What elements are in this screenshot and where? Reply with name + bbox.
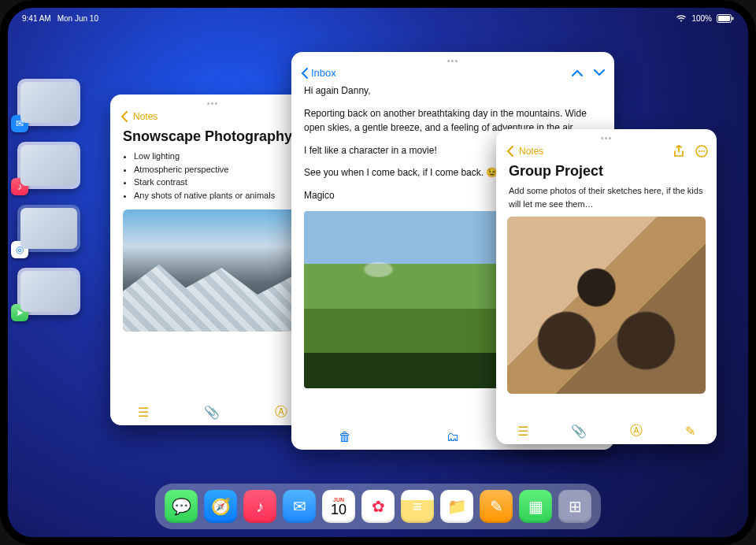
compose-icon[interactable]: ✎ [685,424,695,439]
window-handle-icon[interactable]: ••• [291,52,614,65]
dock: 💬 🧭 ♪ ✉︎ JUN 10 ✿ ≡ 📁 ✎ ▦ ⊞ [155,484,601,529]
window-handle-icon[interactable]: ••• [110,95,315,108]
notes-back-label[interactable]: Notes [133,111,158,122]
dock-notes-icon[interactable]: ≡ [401,490,434,523]
notes-window-group-project[interactable]: ••• Notes Group Project Add some photos … [496,129,717,444]
maps-app-icon: ➤ [11,304,28,321]
status-time: 9:41 AM [22,14,51,23]
dock-safari-icon[interactable]: 🧭 [204,490,237,523]
music-app-icon: ♪ [11,178,28,195]
mail-back-label[interactable]: Inbox [311,67,336,79]
note-bullet: Stark contrast [134,176,302,189]
share-icon[interactable] [672,144,686,158]
dock-pages-icon[interactable]: ✎ [480,490,513,523]
attachment-icon[interactable]: 📎 [204,405,220,420]
calendar-day: 10 [331,502,346,517]
archive-folder-icon[interactable]: 🗂 [399,430,507,444]
note-bullet: Atmospheric perspective [134,163,302,176]
next-message-chevron-down-icon[interactable] [594,69,605,76]
back-chevron-icon[interactable] [502,144,517,158]
dock-calendar-icon[interactable]: JUN 10 [322,490,355,523]
trash-icon[interactable]: 🗑 [291,430,399,444]
stage-thumb-music[interactable]: ♪ [17,142,80,189]
window-handle-icon[interactable]: ••• [496,129,717,143]
dock-photos-icon[interactable]: ✿ [361,490,395,523]
svg-rect-2 [732,17,734,20]
battery-icon [717,14,734,23]
dock-messages-icon[interactable]: 💬 [165,490,198,523]
back-chevron-icon[interactable] [117,109,131,124]
dock-mail-icon[interactable]: ✉︎ [283,490,316,523]
stage-thumb-mail[interactable]: ✉︎ [17,79,80,126]
note-title: Snowscape Photography [110,125,315,150]
dock-app-library-icon[interactable]: ⊞ [558,490,591,523]
note-image-kids [507,217,706,394]
note-image-snowscape [123,209,302,332]
note-body: Low lighting Atmospheric perspective Sta… [110,150,315,202]
wifi-icon [676,14,687,22]
markup-icon[interactable]: Ⓐ [275,404,287,421]
markup-icon[interactable]: Ⓐ [630,423,643,439]
svg-rect-1 [718,16,730,21]
svg-point-5 [701,150,702,152]
notes-toolbar: ☰ 📎 Ⓐ [110,399,315,425]
notes-window-snowscape[interactable]: ••• Notes Snowscape Photography Low ligh… [110,95,315,425]
note-title: Group Project [496,160,717,184]
note-bullet: Low lighting [134,150,302,163]
svg-point-4 [699,150,700,152]
stage-manager-strip: ✉︎ ♪ ◎ ➤ [17,79,82,315]
status-bar: 9:41 AM Mon Jun 10 100% [8,11,748,25]
stage-thumb-safari[interactable]: ◎ [17,205,80,252]
mail-greeting: Hi again Danny, [304,83,602,98]
safari-app-icon: ◎ [11,241,28,258]
dock-files-icon[interactable]: 📁 [440,490,473,523]
prev-message-chevron-up-icon[interactable] [572,69,583,76]
battery-percent: 100% [691,14,712,23]
status-date: Mon Jun 10 [57,14,98,23]
checklist-icon[interactable]: ☰ [517,424,528,439]
attachment-icon[interactable]: 📎 [571,424,587,439]
notes-toolbar: ☰ 📎 Ⓐ ✎ [496,417,717,444]
ipad-frame: 9:41 AM Mon Jun 10 100% ✉︎ ♪ ◎ ➤ ••• [0,0,756,545]
dock-music-icon[interactable]: ♪ [243,490,276,523]
note-body: Add some photos of their sketches here, … [496,184,717,210]
mail-app-icon: ✉︎ [11,115,28,132]
stage-thumb-maps[interactable]: ➤ [17,268,80,315]
dock-numbers-icon[interactable]: ▦ [519,490,552,523]
more-options-icon[interactable] [695,144,709,158]
notes-back-label[interactable]: Notes [519,146,543,157]
note-bullet: Any shots of native plants or animals [134,189,302,202]
svg-point-6 [703,150,705,152]
back-chevron-icon[interactable] [301,68,308,79]
checklist-icon[interactable]: ☰ [138,405,149,420]
